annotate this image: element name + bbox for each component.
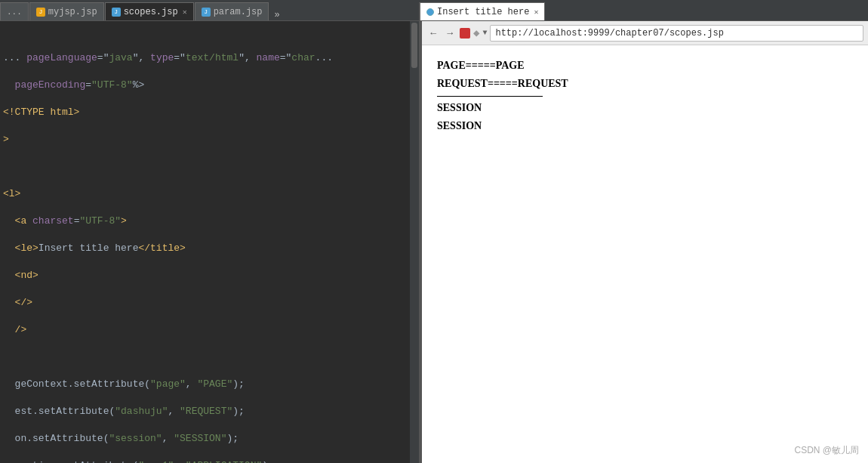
stop-button[interactable] xyxy=(460,28,470,39)
tab-overflow[interactable]: » xyxy=(269,10,284,20)
editor-panel: ... pageLanguage="java", type="text/html… xyxy=(0,21,419,463)
code-line-9: <nd> xyxy=(3,269,413,282)
tab-bar: ... J myjsp.jsp J scopes.jsp ✕ J param.j… xyxy=(0,0,868,21)
code-line-2: pageEncoding="UTF-8"%> xyxy=(3,79,413,92)
content-line-5: SESSION xyxy=(437,118,853,134)
tab-browser-label: Insert title here xyxy=(437,7,529,17)
tab-browser-close[interactable]: ✕ xyxy=(534,8,538,17)
tab-overflow-label: » xyxy=(274,10,279,20)
editor-scrollbar-thumb[interactable] xyxy=(411,23,417,68)
browser-content: PAGE=====PAGE REQUEST=====REQUEST SESSIO… xyxy=(422,45,868,463)
code-line-14: est.setAttribute("dashuju", "REQUEST"); xyxy=(3,405,413,418)
browser-panel: ← → ◆ ▼ PAGE=====PAGE REQUEST=====REQUES… xyxy=(422,21,868,463)
code-line-7: <a charset="UTF-8"> xyxy=(3,215,413,228)
code-area[interactable]: ... pageLanguage="java", type="text/html… xyxy=(0,21,419,463)
content-line-2: REQUEST=====REQUEST xyxy=(437,76,853,92)
code-line-1: ... pageLanguage="java", type="text/html… xyxy=(3,51,413,65)
content-line-4: SESSION xyxy=(437,100,853,116)
tab-ellipsis-label: ... xyxy=(7,8,22,17)
code-line-5 xyxy=(3,160,413,174)
tab-scopes-label: scopes.jsp xyxy=(124,7,178,17)
tab-scopes-icon: J xyxy=(112,8,121,17)
code-line-8: <le>Insert title here</title> xyxy=(3,242,413,255)
tab-param[interactable]: J param.jsp xyxy=(195,2,269,20)
code-line-10: </> xyxy=(3,296,413,310)
tab-param-label: param.jsp xyxy=(214,7,263,17)
code-line-3: <!CTYPE html> xyxy=(3,106,413,119)
editor-scrollbar[interactable] xyxy=(410,21,419,463)
code-line-6: <l> xyxy=(3,187,413,201)
main-content: ... pageLanguage="java", type="text/html… xyxy=(0,21,868,463)
content-divider xyxy=(437,96,543,97)
nav-forward-button[interactable]: → xyxy=(443,26,457,40)
tab-myjsp[interactable]: J myjsp.jsp xyxy=(29,2,104,20)
nav-back-button[interactable]: ← xyxy=(426,26,440,40)
tab-browser-icon xyxy=(426,8,434,16)
browser-toolbar: ← → ◆ ▼ xyxy=(422,21,868,45)
code-line-11: /> xyxy=(3,323,413,337)
tab-browser[interactable]: Insert title here ✕ xyxy=(420,2,545,20)
code-line-13: geContext.setAttribute("page", "PAGE"); xyxy=(3,378,413,391)
code-line-16: .cation.setAttribute("app1", "APPLICATIO… xyxy=(3,459,413,463)
browser-tabs: Insert title here ✕ xyxy=(419,2,868,20)
code-line-12 xyxy=(3,350,413,364)
code-line-4: > xyxy=(3,133,413,147)
tab-myjsp-label: myjsp.jsp xyxy=(48,7,97,17)
url-bar[interactable] xyxy=(490,25,863,42)
tab-scopes-close[interactable]: ✕ xyxy=(183,8,187,17)
code-line-15: on.setAttribute("session", "SESSION"); xyxy=(3,432,413,446)
tab-ellipsis[interactable]: ... xyxy=(0,2,29,20)
tab-param-icon: J xyxy=(202,8,211,17)
tab-myjsp-icon: J xyxy=(36,8,45,17)
content-line-1: PAGE=====PAGE xyxy=(437,57,853,74)
url-dropdown-icon[interactable]: ▼ xyxy=(482,29,487,37)
bookmark-button[interactable]: ◆ xyxy=(473,26,479,39)
tab-scopes[interactable]: J scopes.jsp ✕ xyxy=(105,2,194,20)
watermark: CSDN @敏儿周 xyxy=(794,444,859,457)
editor-tabs: ... J myjsp.jsp J scopes.jsp ✕ J param.j… xyxy=(0,2,419,20)
